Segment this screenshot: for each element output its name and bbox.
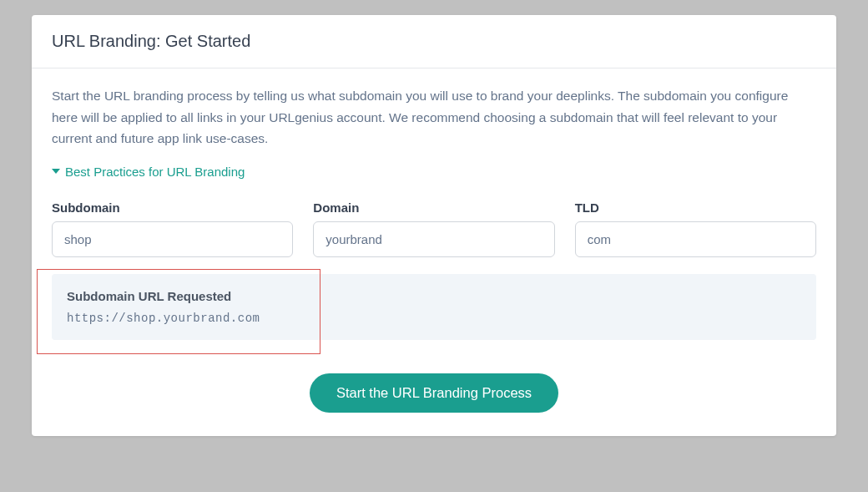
- card-header: URL Branding: Get Started: [32, 15, 836, 68]
- subdomain-field: Subdomain: [52, 200, 293, 257]
- tld-input[interactable]: [575, 221, 816, 257]
- result-title: Subdomain URL Requested: [67, 289, 801, 303]
- best-practices-toggle[interactable]: Best Practices for URL Branding: [52, 165, 816, 179]
- tld-field: TLD: [575, 200, 816, 257]
- tld-label: TLD: [575, 200, 816, 215]
- subdomain-input[interactable]: [52, 221, 293, 257]
- intro-text: Start the URL branding process by tellin…: [52, 85, 816, 150]
- url-branding-card: URL Branding: Get Started Start the URL …: [32, 15, 836, 436]
- domain-label: Domain: [313, 200, 554, 215]
- start-branding-button[interactable]: Start the URL Branding Process: [310, 373, 558, 413]
- domain-field: Domain: [313, 200, 554, 257]
- subdomain-label: Subdomain: [52, 200, 293, 215]
- domain-input[interactable]: [313, 221, 554, 257]
- result-url: https://shop.yourbrand.com: [67, 312, 801, 325]
- chevron-down-icon: [52, 169, 60, 174]
- fields-row: Subdomain Domain TLD: [52, 200, 816, 257]
- action-row: Start the URL Branding Process: [52, 373, 816, 413]
- card-body: Start the URL branding process by tellin…: [32, 68, 836, 436]
- best-practices-label: Best Practices for URL Branding: [65, 165, 245, 179]
- result-box: Subdomain URL Requested https://shop.you…: [52, 274, 816, 340]
- page-title: URL Branding: Get Started: [52, 32, 816, 51]
